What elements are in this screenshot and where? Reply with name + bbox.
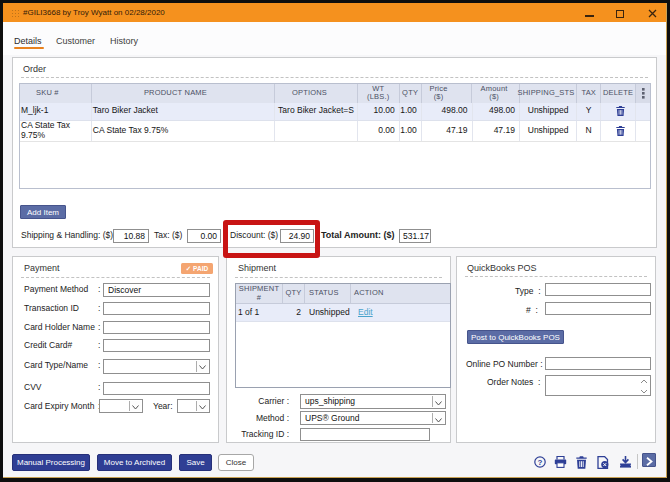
svg-text:?: ? — [538, 458, 543, 467]
